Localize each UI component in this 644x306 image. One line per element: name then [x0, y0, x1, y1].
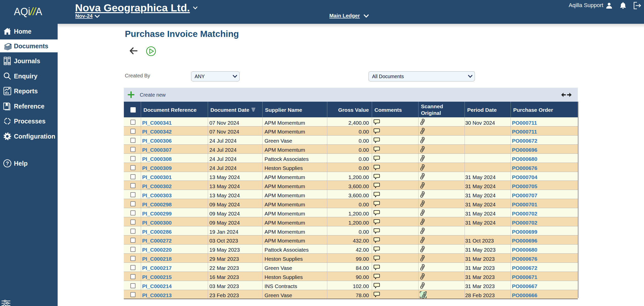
svg-text:?: ? — [6, 161, 9, 166]
